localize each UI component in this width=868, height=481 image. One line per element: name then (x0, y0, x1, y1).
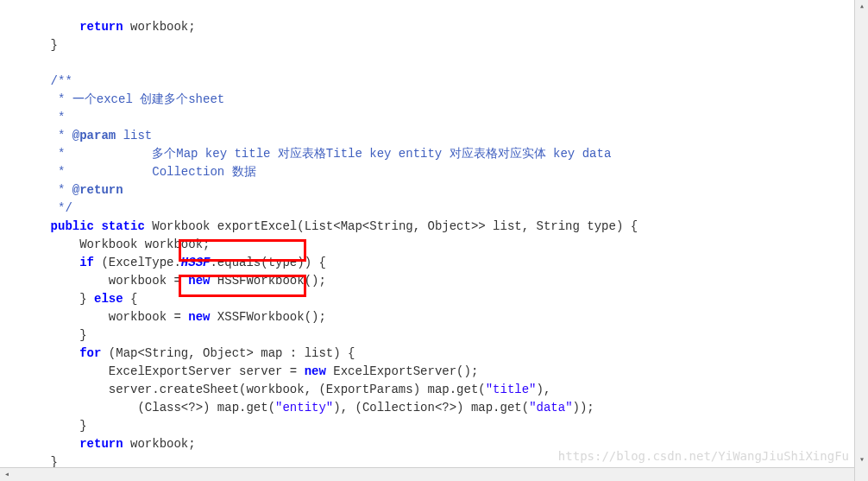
string-entity: "entity" (275, 401, 333, 415)
keyword-return: return (22, 20, 123, 34)
code-text: (ExcelType. (94, 256, 181, 269)
code-text: ), (Collection<?>) map.get( (333, 401, 529, 415)
code-text: } (22, 419, 87, 433)
string-data: "data" (529, 401, 572, 415)
code-text: ), (537, 383, 551, 396)
code-text: .equals(type)) { (210, 256, 325, 269)
code-text: HSSFWorkbook(); (210, 274, 325, 288)
javadoc-line: * Collection 数据 (22, 165, 256, 179)
javadoc-open: /** (22, 74, 72, 88)
keyword-if: if (22, 256, 94, 269)
javadoc-line: * 多个Map key title 对应表格Title key entity 对… (22, 147, 611, 161)
code-text: } (22, 328, 87, 342)
code-text: { (123, 292, 138, 306)
code-text: ExcelExportServer(); (326, 364, 478, 378)
javadoc-tag-return: @return (72, 183, 123, 197)
javadoc-line: * (22, 183, 72, 197)
keyword-new: new (305, 364, 326, 378)
scroll-left-arrow-icon[interactable]: ◂ (0, 468, 14, 481)
javadoc-line: * (22, 129, 72, 142)
javadoc-tag-param: @param (72, 129, 116, 142)
scroll-up-arrow-icon[interactable]: ▴ (855, 0, 868, 14)
code-text: workbook; (123, 20, 196, 34)
code-text: server.createSheet(workbook, (ExportPara… (22, 383, 486, 396)
keyword-return: return (22, 437, 123, 451)
code-text: (Class<?>) map.get( (22, 401, 275, 415)
javadoc-line: * (22, 111, 65, 124)
keyword-new: new (188, 310, 210, 324)
vertical-scrollbar[interactable]: ▴ ▾ (854, 0, 868, 481)
code-text: workbook; (123, 437, 196, 451)
javadoc-line: * 一个excel 创建多个sheet (22, 92, 224, 106)
scroll-down-arrow-icon[interactable]: ▾ (855, 453, 868, 467)
code-text: XSSFWorkbook(); (210, 310, 325, 324)
javadoc-line: list (116, 129, 152, 142)
code-text: Workbook workbook; (22, 237, 210, 251)
code-text: (Map<String, Object> map : list) { (101, 346, 355, 360)
code-text: } (22, 38, 58, 52)
code-text: ExcelExportServer server = (22, 364, 305, 378)
code-text: Workbook exportExcel(List<Map<String, Ob… (145, 219, 638, 233)
string-title: "title" (486, 383, 537, 396)
code-editor[interactable]: return workbook; } /** * 一个excel 创建多个she… (0, 0, 868, 481)
code-text: workbook = (22, 310, 188, 324)
keyword-new: new (188, 274, 210, 288)
keyword-public-static: public static (22, 219, 145, 233)
code-text: } (22, 292, 94, 306)
keyword-else: else (94, 292, 123, 306)
code-text: )); (573, 401, 594, 415)
constant-hssf: HSSF (181, 256, 211, 269)
code-text: workbook = (22, 274, 188, 288)
javadoc-close: */ (22, 201, 72, 215)
horizontal-scrollbar[interactable]: ◂ (0, 467, 854, 481)
keyword-for: for (22, 346, 101, 360)
